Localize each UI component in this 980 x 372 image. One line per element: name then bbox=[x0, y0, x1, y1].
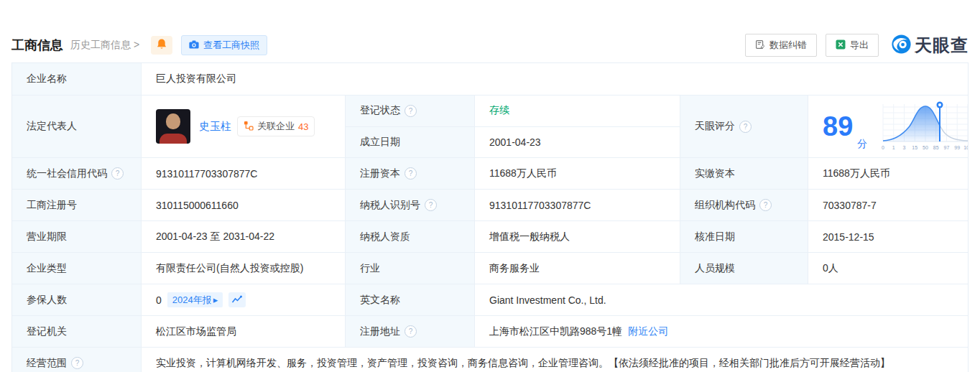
credit-code-label: 统一社会信用代码 bbox=[12, 158, 142, 189]
table-row: 参保人数 0 2024年报 ▸ 英文名称 Giant Inves bbox=[12, 284, 968, 316]
export-label: 导出 bbox=[850, 39, 869, 52]
reg-number-label: 工商注册号 bbox=[12, 190, 142, 220]
related-companies-count: 43 bbox=[298, 121, 308, 132]
svg-text:97: 97 bbox=[944, 145, 950, 150]
annual-report-badge[interactable]: 2024年报 ▸ bbox=[167, 292, 223, 307]
company-name-label: 企业名称 bbox=[12, 63, 142, 95]
edit-document-icon bbox=[755, 39, 765, 52]
english-name-label: 英文名称 bbox=[346, 284, 475, 315]
svg-text:0: 0 bbox=[882, 145, 884, 150]
score-distribution-chart[interactable]: 0 1 3 15 50 85 97 99 100 bbox=[879, 100, 968, 154]
company-type-label: 企业类型 bbox=[12, 253, 142, 284]
svg-text:15: 15 bbox=[912, 145, 918, 150]
taxpayer-id-label: 纳税人识别号 bbox=[346, 190, 475, 220]
camera-icon bbox=[189, 40, 199, 51]
table-row: 企业名称 巨人投资有限公司 bbox=[12, 63, 968, 96]
business-scope-label: 经营范围 bbox=[12, 348, 142, 372]
svg-text:3: 3 bbox=[903, 145, 906, 150]
nearby-companies-link[interactable]: 附近公司 bbox=[628, 325, 668, 338]
section-header: 工商信息 历史工商信息 > 查看工商快照 bbox=[11, 33, 969, 57]
business-scope-value: 实业投资，计算机网络开发、服务，投资管理，资产管理，投资咨询，商务信息咨询，企业… bbox=[142, 348, 968, 372]
taxpayer-quality-value: 增值税一般纳税人 bbox=[475, 221, 680, 252]
help-icon[interactable] bbox=[739, 121, 752, 133]
business-info-table: 企业名称 巨人投资有限公司 法定代表人 史玉柱 bbox=[11, 62, 969, 372]
help-icon[interactable] bbox=[405, 105, 417, 117]
svg-text:50: 50 bbox=[923, 145, 928, 150]
legal-rep-name-link[interactable]: 史玉柱 bbox=[199, 120, 231, 134]
svg-text:100: 100 bbox=[963, 145, 968, 150]
legal-rep-cell: 史玉柱 关联企业 43 bbox=[142, 96, 346, 157]
legal-rep-label: 法定代表人 bbox=[12, 96, 142, 157]
page-title: 工商信息 bbox=[11, 37, 63, 54]
table-row: 成立日期 2001-04-23 bbox=[346, 127, 680, 158]
line-chart-icon bbox=[231, 294, 243, 306]
staff-size-value: 0人 bbox=[808, 253, 968, 284]
data-correction-button[interactable]: 数据纠错 bbox=[745, 34, 817, 57]
related-companies-label: 关联企业 bbox=[257, 120, 295, 133]
help-icon[interactable] bbox=[405, 167, 417, 180]
related-companies-badge[interactable]: 关联企业 43 bbox=[237, 116, 315, 136]
table-row: 统一社会信用代码 91310117703307877C 注册资本 11688万人… bbox=[12, 158, 968, 190]
help-icon[interactable] bbox=[71, 357, 83, 369]
approval-date-value: 2015-12-15 bbox=[808, 221, 968, 252]
header-actions: 数据纠错 导出 bbox=[736, 34, 969, 57]
industry-value: 商务服务业 bbox=[475, 253, 680, 284]
tianyancha-logo-text: 天眼查 bbox=[915, 34, 969, 57]
staff-size-label: 人员规模 bbox=[680, 253, 808, 284]
export-button[interactable]: 导出 bbox=[826, 34, 879, 57]
insured-count-cell: 0 2024年报 ▸ bbox=[142, 284, 346, 315]
history-info-link[interactable]: 历史工商信息 > bbox=[70, 39, 139, 52]
taxpayer-quality-label: 纳税人资质 bbox=[346, 221, 475, 252]
help-icon[interactable] bbox=[759, 199, 772, 211]
reg-capital-value: 11688万人民币 bbox=[475, 158, 680, 189]
business-term-label: 营业期限 bbox=[12, 221, 142, 252]
score-label: 天眼评分 bbox=[680, 96, 808, 157]
subscribe-bell-button[interactable] bbox=[151, 36, 172, 55]
insured-trend-chart-button[interactable] bbox=[228, 292, 246, 307]
data-correction-label: 数据纠错 bbox=[769, 39, 807, 52]
reg-address-label: 注册地址 bbox=[346, 316, 475, 347]
taxpayer-id-value: 91310117703307877C bbox=[475, 190, 680, 220]
org-code-label: 组织机构代码 bbox=[680, 190, 808, 220]
table-row: 登记状态 存续 bbox=[346, 96, 680, 127]
help-icon[interactable] bbox=[425, 199, 437, 211]
view-snapshot-button[interactable]: 查看工商快照 bbox=[181, 35, 267, 55]
credit-code-value: 91310117703307877C bbox=[142, 158, 346, 189]
org-code-value: 70330787-7 bbox=[808, 190, 968, 220]
table-row: 营业期限 2001-04-23 至 2031-04-22 纳税人资质 增值税一般… bbox=[12, 221, 968, 253]
insured-count-value: 0 bbox=[156, 294, 162, 306]
reg-status-value: 存续 bbox=[475, 96, 680, 126]
table-row: 经营范围 实业投资，计算机网络开发、服务，投资管理，资产管理，投资咨询，商务信息… bbox=[12, 348, 968, 372]
help-icon[interactable] bbox=[111, 167, 124, 180]
reg-number-value: 310115000611660 bbox=[142, 190, 346, 220]
avatar bbox=[166, 113, 180, 129]
excel-icon bbox=[836, 39, 846, 52]
bell-icon bbox=[157, 39, 167, 52]
table-row: 工商注册号 310115000611660 纳税人识别号 91310117703… bbox=[12, 190, 968, 221]
english-name-value: Giant Investment Co., Ltd. bbox=[475, 284, 968, 315]
score-value: 89 bbox=[823, 113, 853, 140]
table-row: 登记机关 松江区市场监管局 注册地址 上海市松江区中凯路988号1幢 附近公司 bbox=[12, 316, 968, 348]
reg-address-value: 上海市松江区中凯路988号1幢 bbox=[489, 325, 622, 338]
establish-date-label: 成立日期 bbox=[346, 127, 475, 158]
legal-rep-photo[interactable] bbox=[156, 109, 190, 144]
score-unit: 分 bbox=[857, 138, 867, 151]
view-snapshot-label: 查看工商快照 bbox=[203, 39, 259, 52]
paid-capital-label: 实缴资本 bbox=[680, 158, 808, 189]
paid-capital-value: 11688万人民币 bbox=[808, 158, 968, 189]
org-chart-icon bbox=[244, 121, 254, 133]
table-row: 法定代表人 史玉柱 关联企业 bbox=[12, 96, 968, 158]
status-date-block: 登记状态 存续 成立日期 2001-04-23 bbox=[346, 96, 680, 157]
score-cell: 89 分 bbox=[808, 96, 968, 157]
industry-label: 行业 bbox=[346, 253, 475, 284]
reg-capital-label: 注册资本 bbox=[346, 158, 475, 189]
insured-count-label: 参保人数 bbox=[12, 284, 142, 315]
svg-text:1: 1 bbox=[892, 145, 895, 150]
business-info-page: 工商信息 历史工商信息 > 查看工商快照 bbox=[0, 0, 980, 372]
reg-authority-value: 松江区市场监管局 bbox=[142, 316, 346, 347]
help-icon[interactable] bbox=[405, 325, 417, 338]
svg-text:99: 99 bbox=[955, 145, 961, 150]
tianyancha-logo[interactable]: 天眼查 bbox=[892, 34, 969, 57]
table-row: 企业类型 有限责任公司(自然人投资或控股) 行业 商务服务业 人员规模 0人 bbox=[12, 253, 968, 284]
reg-authority-label: 登记机关 bbox=[12, 316, 142, 347]
